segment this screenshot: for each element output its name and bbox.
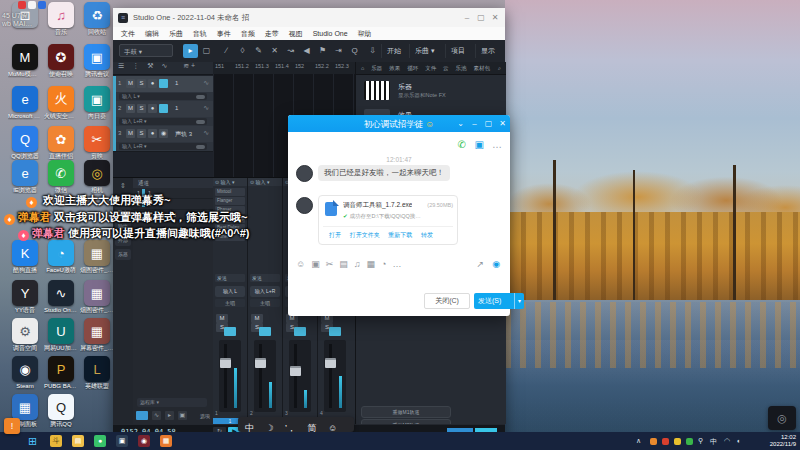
desktop-icon-wechat[interactable]: ✆微信 [44, 160, 78, 194]
tab-effects[interactable]: 效果 [389, 62, 400, 74]
volume-fader[interactable] [324, 340, 346, 412]
volume-fader[interactable] [219, 340, 241, 412]
menu-file[interactable]: 文件 [121, 27, 135, 40]
taskbar-app-photos[interactable]: ▦ [160, 435, 172, 447]
tray-wifi-icon[interactable]: ◠ [724, 437, 730, 445]
tray-ime-icon[interactable]: 中 [710, 437, 717, 447]
open-link[interactable]: 打开 [329, 232, 341, 238]
inspector-icon[interactable]: ⋮ [132, 62, 139, 69]
music-icon[interactable]: ♫ [354, 259, 367, 269]
solo-button[interactable]: S [137, 104, 146, 113]
desktop-icon-faceu[interactable]: ◔FaceU激萌 [44, 240, 78, 274]
monitor-button[interactable] [159, 79, 168, 88]
monitor-button[interactable] [329, 327, 341, 336]
fader-handle[interactable] [220, 358, 231, 368]
send-button[interactable]: 发送(S) ▾ [474, 293, 524, 309]
record-arm-button[interactable]: ● [148, 79, 157, 88]
home-tab-icon[interactable]: ⌂ [361, 62, 364, 74]
tray-icon-green[interactable] [686, 438, 693, 445]
input-toggle[interactable] [196, 95, 205, 99]
mute-button[interactable]: M [126, 79, 135, 88]
desktop-icon-edge[interactable]: eMicrosoft Edge [8, 86, 42, 120]
menu-studioone[interactable]: Studio One [313, 27, 348, 40]
add-track-icon[interactable]: ≋ + [183, 62, 195, 69]
show-page-button[interactable]: 显示 [475, 44, 500, 58]
range-tool-icon[interactable]: ▢ [199, 44, 214, 58]
redo-track-button[interactable]: 重做M1轨道 [361, 406, 451, 418]
window-shake-icon[interactable]: ▦ [367, 259, 382, 269]
bend-tool-icon[interactable]: ↝ [283, 44, 298, 58]
menu-view[interactable]: 视图 [289, 27, 303, 40]
tray-volume-icon[interactable]: ◖ [736, 437, 740, 444]
insert-slot[interactable]: Flanger [215, 197, 245, 205]
mute-button[interactable]: M [126, 104, 135, 113]
listen-tool-icon[interactable]: ◀ [299, 44, 314, 58]
solo-button[interactable]: S [137, 129, 146, 138]
monitor-button[interactable] [159, 104, 168, 113]
desktop-icon-qq[interactable]: Q腾讯QQ [44, 394, 78, 428]
desktop-icon-qq-browser[interactable]: QQQ浏览器 [8, 126, 42, 160]
desktop-icon-sunflower[interactable]: ▣向日葵 [80, 86, 114, 120]
voice-call-icon[interactable]: ✆ [458, 139, 466, 150]
channel-section-header[interactable]: ⊙ 输入 ▾ [248, 178, 282, 186]
track-row-2[interactable]: 2 M S ● 1 ∿ 输入 L+R ▾ [113, 101, 213, 127]
tray-icon-yellow[interactable] [674, 438, 681, 445]
autopunch-icon[interactable]: ⇥ [331, 44, 346, 58]
track-input-selector[interactable]: 输入 L+R ▾ [119, 143, 207, 150]
monitor-button[interactable] [259, 327, 271, 336]
wrench-icon[interactable]: ⚒ [147, 62, 153, 69]
maximize-icon[interactable]: ▢ [475, 12, 487, 23]
desktop-icon-tuning[interactable]: ⚙调音空间 [8, 318, 42, 352]
menu-edit[interactable]: 编辑 [145, 27, 159, 40]
minimize-icon[interactable]: – [469, 119, 480, 129]
arrow-tool-icon[interactable]: ▸ [183, 44, 198, 58]
tab-cloud[interactable]: 云 [443, 62, 449, 74]
desktop-icon-kugou[interactable]: K酷狗直播 [8, 240, 42, 274]
small-view-icon[interactable]: ▸ [165, 411, 174, 420]
tab-files[interactable]: 文件 [425, 62, 436, 74]
desktop-icon-ie[interactable]: eIE浏览器 [8, 160, 42, 194]
notification-bubble-icon[interactable]: ! [4, 418, 20, 434]
desktop-icon-jianying[interactable]: ✂剪映 [80, 126, 114, 160]
solo-button[interactable]: S [137, 79, 146, 88]
zoom-tool-icon[interactable]: Q [347, 44, 362, 58]
taskbar-app-obs[interactable]: ▣ [116, 435, 128, 447]
menu-event[interactable]: 事件 [217, 27, 231, 40]
emoji-icon[interactable]: ☺ [296, 259, 311, 269]
forward-link[interactable]: 转发 [421, 232, 433, 238]
screenshot-icon[interactable]: ✂ [326, 259, 340, 269]
contact-avatar[interactable] [296, 165, 313, 182]
groove-dropdown[interactable]: 手鼓 ▾ [119, 44, 173, 57]
close-icon[interactable]: ✕ [497, 119, 508, 129]
mute-button[interactable]: M [251, 314, 263, 323]
expand-input-icon[interactable]: ↗ [476, 259, 484, 269]
minimize-icon[interactable]: – [461, 12, 473, 23]
menu-audio[interactable]: 音频 [241, 27, 255, 40]
qq-titlebar[interactable]: 初心调试招学徒 ☺ ⌄ – ▢ ✕ [288, 115, 510, 132]
automation-icon[interactable]: ∿ [161, 62, 167, 69]
list-icon[interactable]: ☰ [118, 62, 124, 69]
tab-pool[interactable]: 乐池 [456, 62, 467, 74]
menu-track[interactable]: 音轨 [193, 27, 207, 40]
tab-packs[interactable]: 素材包 [474, 62, 491, 74]
open-folder-link[interactable]: 打开文件夹 [350, 232, 380, 238]
bank-view-icon[interactable]: ▣ [178, 411, 187, 420]
mute-tool-icon[interactable]: ✕ [267, 44, 282, 58]
eraser-tool-icon[interactable]: ◊ [235, 44, 250, 58]
desktop-icon-photo-file[interactable]: ▦屏幕密件_2022110… [80, 318, 114, 352]
collapse-icon[interactable]: ⇕ [116, 181, 130, 191]
desktop-icon-meeting[interactable]: ▣腾讯会议 [80, 44, 114, 78]
channel-io[interactable]: 输入 L+R [250, 286, 280, 297]
desktop-icon-mumu[interactable]: MMuMu模拟器 [8, 44, 42, 78]
start-page-button[interactable]: 开始 [381, 44, 406, 58]
fader-handle[interactable] [325, 358, 336, 368]
redownload-link[interactable]: 重新下载 [388, 232, 412, 238]
fader-handle[interactable] [290, 366, 301, 376]
console-view-button[interactable] [136, 411, 148, 420]
menu-transport[interactable]: 走带 [265, 27, 279, 40]
insert-slot[interactable]: Mixtool [215, 188, 245, 196]
desktop-icon-pubg[interactable]: PPUBG BATTLEGR… [44, 356, 78, 390]
channel-io[interactable]: 输入 L [215, 286, 245, 297]
sends-header[interactable]: 发送 [250, 274, 280, 282]
desktop-icon-live-assistant[interactable]: ✿直播伴侣 [44, 126, 78, 160]
